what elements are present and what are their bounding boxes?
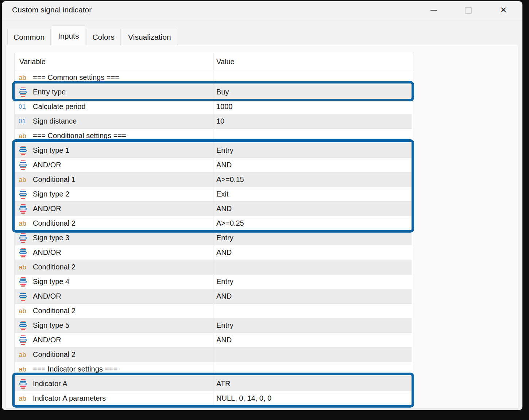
variable-cell: AND/OR <box>15 202 213 216</box>
table-row[interactable]: Sign type 1Entry <box>15 143 412 158</box>
table-row[interactable]: abIndicator A parametersNULL, 0, 14, 0, … <box>15 391 412 406</box>
variable-label: AND/OR <box>33 248 61 257</box>
dialog-window: Custom signal indicator ✕ CommonInputsCo… <box>2 1 522 410</box>
enum-parameter-icon <box>19 321 27 330</box>
string-parameter-icon: ab <box>19 74 28 81</box>
minimize-button[interactable] <box>424 3 443 17</box>
table-row[interactable]: AND/ORAND <box>15 333 412 347</box>
value-cell[interactable]: Entry <box>213 231 412 245</box>
variable-label: === Conditional settings === <box>33 132 126 140</box>
value-cell[interactable]: Entry <box>213 275 412 289</box>
enum-parameter-icon <box>19 248 27 257</box>
variable-cell: AND/OR <box>15 245 213 260</box>
value-cell[interactable]: ATR <box>213 377 412 391</box>
table-row[interactable]: abConditional 2 <box>15 304 412 318</box>
variable-label: AND/OR <box>33 336 61 344</box>
tab-colors[interactable]: Colors <box>86 29 121 45</box>
enum-parameter-icon <box>19 204 27 214</box>
value-cell[interactable]: A>=0.15 <box>213 172 412 187</box>
table-row[interactable]: AND/ORAND <box>15 202 412 216</box>
table-row[interactable]: AND/ORAND <box>15 158 412 172</box>
column-header-variable: Variable <box>15 53 213 70</box>
enum-parameter-icon <box>19 88 27 97</box>
string-parameter-icon: ab <box>19 307 28 314</box>
string-parameter-icon: ab <box>19 366 28 373</box>
tab-inputs[interactable]: Inputs <box>52 26 85 45</box>
tab-visualization[interactable]: Visualization <box>122 29 177 45</box>
table-row[interactable]: abConditional 2 <box>15 260 412 275</box>
table-row[interactable]: AND/ORAND <box>15 245 412 260</box>
value-cell[interactable]: 1000 <box>213 100 412 114</box>
table-row[interactable]: Entry typeBuy <box>15 85 412 100</box>
variable-label: Sign type 2 <box>33 190 69 198</box>
value-cell[interactable] <box>213 260 412 274</box>
value-cell[interactable] <box>213 347 412 362</box>
variable-label: AND/OR <box>33 292 61 300</box>
value-cell[interactable]: Entry <box>213 318 412 332</box>
close-button[interactable]: ✕ <box>494 3 513 17</box>
title-bar[interactable]: Custom signal indicator ✕ <box>2 1 522 20</box>
variable-cell: abConditional 2 <box>15 260 213 274</box>
value-cell[interactable] <box>213 362 412 376</box>
variable-cell: Sign type 5 <box>15 318 213 332</box>
tab-common[interactable]: Common <box>7 29 51 45</box>
table-row[interactable]: ab=== Common settings === <box>15 70 412 85</box>
variable-cell: Sign type 2 <box>15 187 213 201</box>
table-row[interactable]: AND/ORAND <box>15 289 412 304</box>
variable-cell: AND/OR <box>15 289 213 303</box>
variable-label: === Common settings === <box>33 73 119 82</box>
variable-cell: AND/OR <box>15 333 213 347</box>
variable-cell: Sign type 1 <box>15 143 213 158</box>
variable-cell: abConditional 2 <box>15 347 213 362</box>
parameters-table: Variable Value ab=== Common settings ===… <box>15 53 412 406</box>
enum-parameter-icon <box>19 160 27 170</box>
value-cell[interactable]: Buy <box>213 85 412 99</box>
table-row[interactable]: Sign type 5Entry <box>15 318 412 333</box>
variable-label: Conditional 2 <box>33 219 76 228</box>
table-header-row: Variable Value <box>15 53 412 70</box>
value-cell[interactable]: 10 <box>213 114 412 128</box>
value-cell[interactable]: NULL, 0, 14, 0, 0 <box>213 391 412 405</box>
value-cell[interactable] <box>213 304 412 318</box>
variable-cell: ab=== Conditional settings === <box>15 129 213 143</box>
table-row[interactable]: 01Calculate period1000 <box>15 100 412 114</box>
value-cell[interactable]: Entry <box>213 143 412 158</box>
value-cell[interactable]: Exit <box>213 187 412 201</box>
variable-cell: Entry type <box>15 85 213 99</box>
table-row[interactable]: ab=== Indicator settings === <box>15 362 412 377</box>
table-row[interactable]: abConditional 2A>=0.25 <box>15 216 412 231</box>
table-row[interactable]: 01Sign distance10 <box>15 114 412 129</box>
variable-label: Sign type 3 <box>33 234 69 242</box>
string-parameter-icon: ab <box>19 132 28 139</box>
variable-cell: 01Calculate period <box>15 100 213 114</box>
enum-parameter-icon <box>19 233 27 243</box>
integer-parameter-icon: 01 <box>19 104 28 110</box>
enum-parameter-icon <box>19 277 27 287</box>
value-cell[interactable] <box>213 129 412 143</box>
table-row[interactable]: abConditional 1A>=0.15 <box>15 172 412 187</box>
variable-label: AND/OR <box>33 161 61 169</box>
close-icon: ✕ <box>500 5 507 15</box>
table-row[interactable]: ab=== Conditional settings === <box>15 129 412 143</box>
value-cell[interactable]: AND <box>213 158 412 172</box>
value-cell[interactable]: A>=0.25 <box>213 216 412 230</box>
table-row[interactable]: abConditional 2 <box>15 347 412 362</box>
variable-cell: ab=== Indicator settings === <box>15 362 213 376</box>
variable-cell: abIndicator A parameters <box>15 391 213 405</box>
variable-cell: Indicator A <box>15 377 213 391</box>
maximize-button[interactable] <box>459 3 477 17</box>
table-row[interactable]: Sign type 2Exit <box>15 187 412 202</box>
table-row[interactable]: Sign type 3Entry <box>15 231 412 245</box>
value-cell[interactable]: AND <box>213 245 412 260</box>
value-cell[interactable]: AND <box>213 202 412 216</box>
string-parameter-icon: ab <box>19 395 28 402</box>
table-row[interactable]: Sign type 4Entry <box>15 275 412 289</box>
table-row[interactable]: Indicator AATR <box>15 377 412 391</box>
value-cell[interactable] <box>213 70 412 85</box>
value-cell[interactable]: AND <box>213 289 412 303</box>
variable-label: Calculate period <box>33 102 86 111</box>
maximize-icon <box>465 7 472 14</box>
enum-parameter-icon <box>19 190 27 199</box>
value-cell[interactable]: AND <box>213 333 412 347</box>
variable-label: Sign type 5 <box>33 321 69 330</box>
